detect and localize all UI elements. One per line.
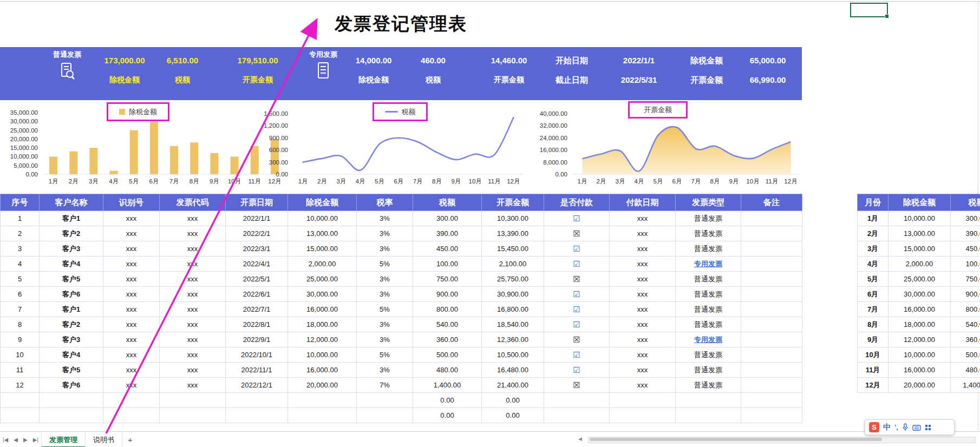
add-sheet-button[interactable]: + <box>122 435 138 444</box>
cell-rate[interactable]: 3% <box>357 226 413 241</box>
cell-code[interactable]: xxx <box>160 302 226 317</box>
sogou-logo-icon[interactable]: S <box>869 422 879 432</box>
cell-amount[interactable]: 12,360.00 <box>482 332 544 347</box>
cell-type[interactable]: 普通发票 <box>676 378 741 393</box>
sheet-tab-manual[interactable]: 说明书 <box>86 432 122 447</box>
cell-pay_date[interactable] <box>610 408 676 423</box>
cell-date[interactable]: 2022/10/1 <box>226 347 288 363</box>
cell-paid[interactable]: ☑ <box>544 317 610 332</box>
cell[interactable]: 11月 <box>858 363 888 378</box>
cell-date[interactable]: 2022/1/1 <box>226 211 288 226</box>
paid-crossed-icon[interactable]: ☒ <box>573 335 580 344</box>
cell-no[interactable]: 9 <box>1 332 40 347</box>
cell-date[interactable]: 2022/9/1 <box>226 332 288 347</box>
cell-type[interactable]: 普通发票 <box>676 317 741 332</box>
cell-paid[interactable]: ☑ <box>544 257 610 272</box>
cell-amount[interactable]: 16,480.00 <box>482 363 544 378</box>
cell[interactable]: 30,000.00 <box>888 287 951 302</box>
cell-code[interactable] <box>160 393 226 408</box>
cell-code[interactable] <box>160 408 226 423</box>
cell-date[interactable]: 2022/4/1 <box>226 257 288 272</box>
cell[interactable]: 25,000.00 <box>888 272 951 287</box>
cell-id[interactable]: xxx <box>103 378 160 393</box>
column-header[interactable]: 发票类型 <box>676 194 741 211</box>
column-header[interactable]: 发票代码 <box>160 194 226 211</box>
cell-id[interactable] <box>103 408 160 423</box>
cell[interactable]: 16,000.00 <box>888 363 951 378</box>
cell[interactable]: 1,400.00 <box>951 378 980 393</box>
cell[interactable]: 6月 <box>858 287 888 302</box>
paid-checked-icon[interactable]: ☑ <box>573 244 580 253</box>
cell-rate[interactable]: 5% <box>357 347 413 363</box>
cell-tax[interactable]: 750.00 <box>413 272 482 287</box>
cell-amount[interactable]: 2,100.00 <box>482 257 544 272</box>
cell-ex_tax[interactable]: 2,000.00 <box>288 257 357 272</box>
cell-rate[interactable] <box>357 393 413 408</box>
column-header[interactable]: 客户名称 <box>40 194 103 211</box>
cell-rate[interactable]: 3% <box>357 211 413 226</box>
cell-no[interactable] <box>1 393 40 408</box>
cell[interactable]: 800.00 <box>951 302 980 317</box>
cell-ex_tax[interactable]: 12,000.00 <box>288 332 357 347</box>
active-cell-selection[interactable] <box>850 3 888 17</box>
cell-client[interactable]: 客户6 <box>40 378 103 393</box>
cell[interactable]: 12月 <box>858 378 888 393</box>
cell-client[interactable]: 客户5 <box>40 272 103 287</box>
cell-ex_tax[interactable]: 16,000.00 <box>288 363 357 378</box>
cell-pay_date[interactable]: xxx <box>610 378 676 393</box>
cell-id[interactable]: xxx <box>103 241 160 257</box>
cell-ex_tax[interactable]: 20,000.00 <box>288 378 357 393</box>
cell-pay_date[interactable]: xxx <box>610 226 676 241</box>
cell-ex_tax[interactable]: 30,000.00 <box>288 287 357 302</box>
cell[interactable]: 900.00 <box>951 287 980 302</box>
column-header[interactable]: 税率 <box>357 194 413 211</box>
cell[interactable]: 390.00 <box>951 226 980 241</box>
cell-amount[interactable]: 15,450.00 <box>482 241 544 257</box>
cell[interactable]: 20,000.00 <box>888 378 951 393</box>
cell-code[interactable]: xxx <box>160 226 226 241</box>
cell-amount[interactable]: 0.00 <box>482 393 544 408</box>
cell-tax[interactable]: 100.00 <box>413 257 482 272</box>
paid-checked-icon[interactable]: ☑ <box>573 305 580 314</box>
cell[interactable]: 450.00 <box>951 241 980 257</box>
prev-sheet-icon[interactable]: ◀ <box>11 437 21 443</box>
cell[interactable]: 4月 <box>858 257 888 272</box>
cell-type[interactable]: 普通发票 <box>676 241 741 257</box>
paid-checked-icon[interactable]: ☑ <box>573 290 580 299</box>
cell[interactable]: 7月 <box>858 302 888 317</box>
cell-paid[interactable]: ☒ <box>544 272 610 287</box>
cell-amount[interactable]: 30,900.00 <box>482 287 544 302</box>
cell[interactable]: 12,000.00 <box>888 332 951 347</box>
cell[interactable]: 2月 <box>858 226 888 241</box>
page-title[interactable]: 发票登记管理表 <box>0 12 802 36</box>
cell-paid[interactable] <box>544 393 610 408</box>
cell-note[interactable] <box>741 347 802 363</box>
cell-note[interactable] <box>741 317 802 332</box>
cell-tax[interactable]: 900.00 <box>413 287 482 302</box>
cell-tax[interactable]: 360.00 <box>413 332 482 347</box>
cell-date[interactable] <box>226 408 288 423</box>
bar-chart-legend-annotation[interactable]: 除税金额 <box>107 102 169 121</box>
cell-rate[interactable]: 3% <box>357 287 413 302</box>
cell-code[interactable]: xxx <box>160 241 226 257</box>
cell-code[interactable]: xxx <box>160 272 226 287</box>
paid-checked-icon[interactable]: ☑ <box>573 365 580 374</box>
column-header[interactable]: 是否付款 <box>544 194 610 211</box>
cell[interactable]: 8月 <box>858 317 888 332</box>
cell-tax[interactable]: 450.00 <box>413 241 482 257</box>
cell-code[interactable]: xxx <box>160 287 226 302</box>
cell-note[interactable] <box>741 241 802 257</box>
cell-note[interactable] <box>741 226 802 241</box>
cell-client[interactable]: 客户1 <box>40 211 103 226</box>
first-sheet-icon[interactable]: |◀ <box>0 437 11 443</box>
cell[interactable]: 100.00 <box>951 257 980 272</box>
cell-date[interactable]: 2022/12/1 <box>226 378 288 393</box>
cell-client[interactable]: 客户1 <box>40 302 103 317</box>
cell-pay_date[interactable]: xxx <box>610 287 676 302</box>
sheet-tab-invoice-management[interactable]: 发票管理 <box>41 432 86 447</box>
cell-note[interactable] <box>741 272 802 287</box>
cell-amount[interactable]: 25,750.00 <box>482 272 544 287</box>
cell[interactable]: 360.00 <box>951 332 980 347</box>
cell-client[interactable] <box>40 408 103 423</box>
horizontal-scrollbar-thumb[interactable] <box>590 438 882 441</box>
